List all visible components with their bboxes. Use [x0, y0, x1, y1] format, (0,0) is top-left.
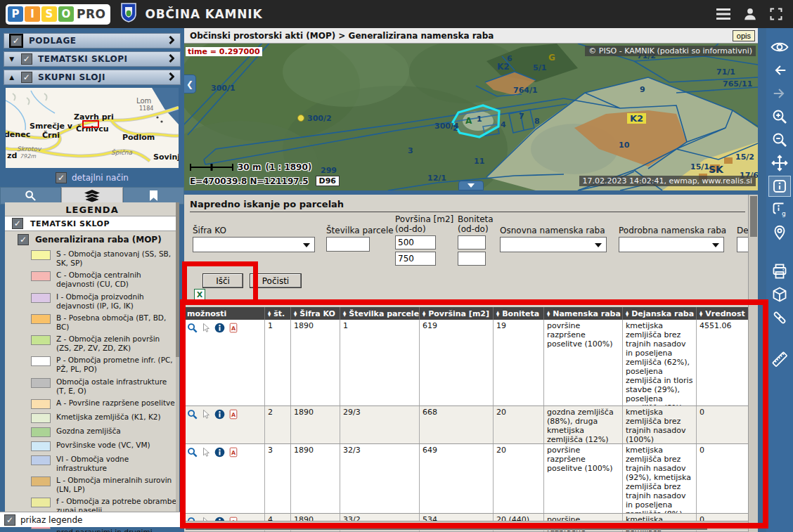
- skupni-checkbox[interactable]: [21, 72, 32, 83]
- svg-text:3: 3: [408, 146, 413, 155]
- zoom-to-parcel-icon[interactable]: [187, 447, 198, 458]
- prikaz-legende-checkbox[interactable]: [4, 514, 15, 526]
- svg-text:A: A: [231, 450, 236, 456]
- legend-tematski-sklop-row[interactable]: TEMATSKI SKLOP: [5, 216, 179, 231]
- povrsina-do-input[interactable]: [395, 252, 436, 266]
- pdf-icon[interactable]: A: [228, 323, 238, 333]
- legend-panel: LEGENDA TEMATSKI SKLOP Generalizirana ra…: [5, 202, 179, 527]
- legend-group-row[interactable]: Generalizirana raba (MOP): [5, 231, 179, 248]
- row-actions: A: [184, 444, 265, 513]
- tematski-sklop-checkbox[interactable]: [12, 218, 23, 229]
- opis-button[interactable]: opis: [733, 30, 755, 41]
- col-header-boniteta[interactable]: Boniteta: [494, 307, 544, 320]
- menu-icon[interactable]: [716, 8, 731, 20]
- legend-item-label: VI - Območja vodne infrastrukture: [56, 455, 176, 473]
- parcel-search-panel: Napredno iskanje po parcelah Šifra KO Št…: [184, 195, 758, 532]
- parcel-info-icon[interactable]: [214, 323, 225, 333]
- col-header-vrednost[interactable]: Vrednost [: [697, 307, 748, 320]
- table-horizontal-scrollbar[interactable]: [184, 521, 748, 531]
- triangle-down-icon[interactable]: ▼: [7, 56, 17, 63]
- svg-text:zd: zd: [7, 151, 17, 160]
- cell-parcela: 32/3: [340, 444, 420, 513]
- zoom-in-button[interactable]: [768, 106, 791, 127]
- parcel-info-icon[interactable]: [214, 409, 225, 420]
- col-header-dejanska-raba[interactable]: Dejanska raba: [623, 307, 697, 320]
- zoom-to-parcel-icon[interactable]: [187, 409, 198, 420]
- select-parcel-cursor-icon[interactable]: [201, 323, 211, 333]
- svg-text:10: 10: [619, 141, 630, 150]
- map-expand-down-button[interactable]: [458, 181, 484, 190]
- fullscreen-icon[interactable]: [769, 7, 783, 21]
- accordion-skupni-sloji[interactable]: ▲ SKUPNI SLOJI: [4, 70, 181, 85]
- group-info-tool-button[interactable]: g: [768, 199, 791, 220]
- parcel-info-icon[interactable]: [214, 447, 225, 458]
- generalizirana-raba-checkbox[interactable]: [18, 234, 29, 245]
- previous-view-button[interactable]: [768, 60, 791, 81]
- overview-minimap[interactable]: Lom 1184 Smrečje v Črni Zavrh pri Črnivc…: [6, 88, 179, 168]
- next-view-button[interactable]: [768, 83, 791, 104]
- table-row: A 2 1890 29/3 668 20 gozdna zemljišča (8…: [184, 406, 748, 444]
- map-canvas[interactable]: 300/1 300/2 300/4 A 1 2 3 299 12/1 11 6 …: [184, 44, 758, 190]
- podrobna-namenska-select[interactable]: [619, 237, 724, 252]
- col-header-povrsina[interactable]: Površina [m2]: [420, 307, 494, 320]
- panel-vertical-scrollbar[interactable]: [748, 195, 758, 532]
- clear-button[interactable]: Počisti: [250, 273, 302, 288]
- tematski-checkbox[interactable]: [21, 53, 32, 65]
- boniteta-sublabel: (od-do): [458, 224, 489, 234]
- search-button[interactable]: Išči: [202, 273, 243, 288]
- legend-swatch: [31, 314, 51, 324]
- 3d-view-button[interactable]: [768, 284, 791, 305]
- pdf-icon[interactable]: A: [228, 409, 238, 420]
- svg-text:11: 11: [474, 157, 484, 166]
- datum-badge: D96: [316, 176, 340, 186]
- measure-button[interactable]: [768, 349, 791, 370]
- locate-button[interactable]: [768, 222, 791, 243]
- col-header-stevilka-parcele[interactable]: Številka parcele: [340, 307, 420, 320]
- piso-app: P I S O PRO OBČINA KAMNIK PODLAGE ▼ TEMA…: [0, 0, 793, 532]
- triangle-up-icon[interactable]: ▲: [7, 74, 17, 81]
- col-header-namenska-raba[interactable]: Namenska raba: [544, 307, 623, 320]
- detail-mode-checkbox[interactable]: [56, 172, 67, 183]
- user-icon[interactable]: [742, 6, 758, 22]
- search-panel-title: Napredno iskanje po parcelah: [190, 199, 745, 212]
- svg-text:G: G: [548, 53, 555, 63]
- zoom-to-parcel-icon[interactable]: [187, 323, 198, 333]
- sifra-ko-select[interactable]: [193, 237, 315, 252]
- svg-text:X: X: [197, 290, 203, 299]
- zoom-in-icon: [771, 108, 788, 125]
- col-header-sifra-ko[interactable]: Šifra KO: [291, 307, 340, 320]
- accordion-podlage[interactable]: PODLAGE: [4, 33, 181, 48]
- pdf-icon[interactable]: A: [228, 447, 238, 458]
- pan-arrows-icon: [771, 154, 789, 172]
- select-parcel-cursor-icon[interactable]: [201, 447, 211, 458]
- chevron-right-icon: [169, 54, 174, 65]
- logo-letter: S: [41, 6, 57, 22]
- boniteta-od-input[interactable]: [458, 235, 486, 249]
- scale-label: 30 m: [238, 162, 261, 172]
- info-tool-button[interactable]: [768, 176, 791, 197]
- boniteta-do-input[interactable]: [458, 252, 486, 266]
- legend-scrollbar[interactable]: [176, 202, 179, 527]
- share-link-button[interactable]: [768, 307, 791, 328]
- osnovna-namenska-select[interactable]: [500, 237, 607, 252]
- select-parcel-cursor-icon[interactable]: [201, 409, 211, 420]
- search-icon: [25, 190, 37, 202]
- identify-view-button[interactable]: [768, 37, 791, 58]
- accordion-tematski-sklopi[interactable]: ▼ TEMATSKI SKLOPI: [4, 51, 181, 67]
- svg-text:Skrotov: Skrotov: [17, 145, 42, 153]
- sidebar-collapse-button[interactable]: ❮: [184, 74, 196, 93]
- zoom-out-button[interactable]: [768, 129, 791, 150]
- row-actions: A: [184, 320, 265, 406]
- piso-logo[interactable]: P I S O PRO: [6, 4, 110, 25]
- svg-text:9: 9: [640, 85, 645, 94]
- legend-swatch: [31, 441, 51, 451]
- col-header-st[interactable]: št.: [265, 307, 291, 320]
- pan-button[interactable]: [768, 153, 791, 174]
- stevilka-parcele-input[interactable]: [326, 237, 370, 252]
- povrsina-od-input[interactable]: [395, 235, 436, 249]
- print-button[interactable]: [768, 261, 791, 282]
- podlage-checkbox[interactable]: [11, 35, 22, 46]
- export-excel-icon[interactable]: X: [194, 289, 205, 303]
- accordion-label: PODLAGE: [29, 36, 76, 46]
- svg-text:5/1: 5/1: [533, 63, 546, 72]
